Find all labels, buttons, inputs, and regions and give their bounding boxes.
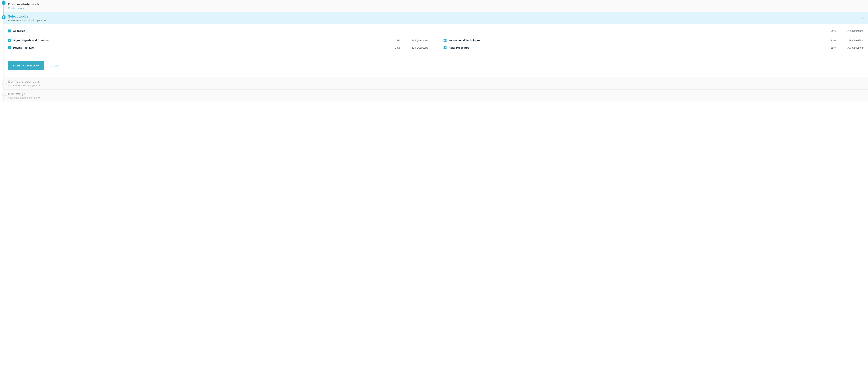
topic-checkbox[interactable]: Driving Test Law xyxy=(8,46,386,49)
step-2-marker: 2 xyxy=(2,15,5,19)
topic-label: Driving Test Law xyxy=(13,46,34,49)
save-and-follow-button[interactable]: SAVE AND FOLLOW xyxy=(8,61,44,70)
topic-label: Signs, Signals and Controls xyxy=(13,39,49,42)
topic-pct: 16% xyxy=(386,46,400,49)
topic-pct: 34% xyxy=(386,39,400,42)
topic-checkbox[interactable]: Signs, Signals and Controls xyxy=(8,39,386,42)
topic-pct: 39% xyxy=(822,46,836,49)
step-1-marker xyxy=(2,1,5,5)
topic-row-driving-test-law: Driving Test Law 16% 128 Questions xyxy=(8,44,428,51)
topic-row-road-procedure: Road Procedure 39% 307 Questions xyxy=(443,44,864,51)
all-topics-row: All topics 100% 779 Questions xyxy=(8,27,864,34)
quiz-setup-wizard: Choose study mode Practice mode 2 Select… xyxy=(0,0,868,101)
topic-row-instructional-techniques: Instructional Techniques 10% 79 Question… xyxy=(443,37,864,44)
step-4-title: Here we go! xyxy=(8,92,861,96)
all-topics-checkbox[interactable]: All topics xyxy=(8,29,822,32)
topic-checkbox[interactable]: Instructional Techniques xyxy=(443,39,822,42)
step-1-title: Choose study mode xyxy=(8,2,861,6)
checkbox-icon xyxy=(8,30,11,32)
chevron-right-icon xyxy=(861,17,864,20)
step-3-title: Configure your quiz xyxy=(8,80,861,84)
topic-questions: 265 Questions xyxy=(400,39,428,42)
checkbox-icon xyxy=(8,39,11,42)
topic-questions: 307 Questions xyxy=(836,46,864,49)
topic-row-signs-signals-controls: Signs, Signals and Controls 34% 265 Ques… xyxy=(8,37,428,44)
topics-panel: All topics 100% 779 Questions Signs, Sig… xyxy=(3,24,868,77)
topic-pct: 10% xyxy=(822,39,836,42)
topic-label: Instructional Techniques xyxy=(448,39,480,42)
step-select-topics: 2 Select topics Add or remove topics for… xyxy=(3,12,868,77)
step-2-subtitle: Add or remove topics for your quiz xyxy=(8,19,861,22)
step-4-marker: 4 xyxy=(2,94,5,97)
all-topics-questions: 779 Questions xyxy=(836,30,864,32)
check-icon xyxy=(3,2,5,4)
step-1-subtitle: Practice mode xyxy=(8,7,861,9)
checkbox-icon xyxy=(443,39,446,42)
step-3-subtitle: It's time to configure your quiz! xyxy=(8,84,861,87)
topic-questions: 128 Questions xyxy=(400,46,428,49)
all-topics-label: All topics xyxy=(13,29,25,32)
chevron-down-icon xyxy=(861,5,864,7)
topic-checkbox[interactable]: Road Procedure xyxy=(443,46,822,49)
checkbox-icon xyxy=(443,46,446,49)
step-4-header[interactable]: Here we go! Your quiz setup is complete xyxy=(3,90,868,101)
step-2-title: Select topics xyxy=(8,14,861,19)
step-here-we-go: 4 Here we go! Your quiz setup is complet… xyxy=(3,90,868,101)
step-3-marker: 3 xyxy=(2,82,5,85)
topics-grid: Signs, Signals and Controls 34% 265 Ques… xyxy=(8,37,864,51)
topic-questions: 79 Questions xyxy=(836,39,864,42)
step-configure-quiz: 3 Configure your quiz It's time to confi… xyxy=(3,77,868,90)
topics-actions: SAVE AND FOLLOW Go back xyxy=(8,61,864,70)
topic-label: Road Procedure xyxy=(448,46,469,49)
all-topics-pct: 100% xyxy=(822,30,836,32)
checkbox-icon xyxy=(8,46,11,49)
step-4-subtitle: Your quiz setup is complete xyxy=(8,96,861,99)
step-choose-study-mode: Choose study mode Practice mode xyxy=(3,0,868,12)
step-2-header[interactable]: Select topics Add or remove topics for y… xyxy=(3,12,868,24)
step-1-header[interactable]: Choose study mode Practice mode xyxy=(3,0,868,12)
go-back-link[interactable]: Go back xyxy=(50,64,59,67)
step-3-header[interactable]: Configure your quiz It's time to configu… xyxy=(3,77,868,89)
